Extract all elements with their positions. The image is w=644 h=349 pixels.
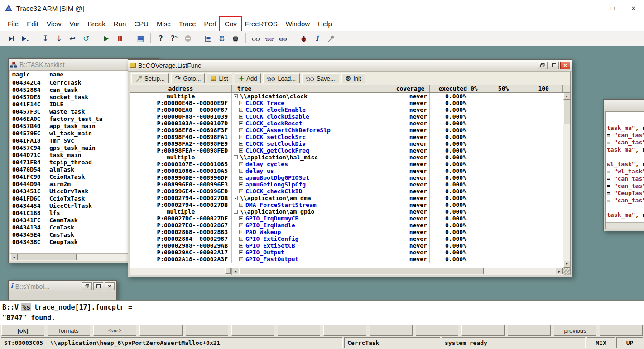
break-button[interactable]	[113, 33, 127, 45]
menu-var[interactable]: Var	[65, 17, 83, 30]
coverage-row[interactable]: P:008996E0--008996E3+apmuGetLongSlpCfgne…	[130, 181, 563, 188]
expand-icon[interactable]: +	[239, 216, 243, 220]
coverage-vscrollbar[interactable]: ▲ ▼	[563, 93, 570, 268]
coverage-row[interactable]: multiple-\\application\am_gpionever0.000…	[130, 208, 563, 215]
menu-trace[interactable]: Trace	[175, 17, 200, 30]
address-scroll-thumb[interactable]	[225, 268, 231, 274]
coverage-row[interactable]: multiple-\\application\hal_miscnever0.00…	[130, 154, 563, 161]
vscroll-track[interactable]	[563, 124, 570, 261]
scroll-up-button[interactable]: ▲	[563, 93, 570, 100]
step-over-button[interactable]	[18, 33, 32, 45]
coverage-row[interactable]: P:008996DE--008996DF+apmuBootDbgGPIOSetn…	[130, 174, 563, 181]
menu-edit[interactable]: Edit	[23, 17, 43, 30]
coverage-maximize-button[interactable]	[549, 62, 559, 69]
step-into-button[interactable]	[5, 33, 18, 45]
setup-button[interactable]: Setup...	[131, 73, 169, 83]
menu-freertos[interactable]: FreeRTOS	[241, 17, 282, 30]
list-button[interactable]	[202, 33, 215, 45]
coverage-row[interactable]: P:00002794--000027DB-\\application\am_dm…	[130, 195, 563, 201]
softkey-empty[interactable]	[370, 325, 413, 336]
expand-icon[interactable]: +	[239, 101, 243, 105]
menu-cpu[interactable]: CPU	[130, 17, 153, 30]
collapse-icon[interactable]: -	[234, 155, 238, 159]
coverage-hscrollbar[interactable]: ◄ ►	[130, 268, 563, 275]
chip-button[interactable]	[229, 33, 242, 45]
coverage-restore-button[interactable]	[538, 62, 548, 69]
coverage-row[interactable]: P:0000103A--0000107D+CLOCK_clockResetnev…	[130, 120, 563, 127]
coverage-row[interactable]: P:000027DC--000027DF+GPIO_IrqDummyCBneve…	[130, 215, 563, 222]
collapse-icon[interactable]: -	[234, 210, 238, 214]
tools-button[interactable]	[324, 33, 337, 45]
view-data3-button[interactable]	[276, 33, 290, 45]
address-pane-scrollbar[interactable]	[130, 268, 232, 275]
close-button[interactable]: ✕	[623, 0, 644, 16]
expand-icon[interactable]: +	[239, 148, 243, 153]
hscroll-thumb[interactable]	[18, 254, 77, 260]
expand-icon[interactable]: +	[239, 115, 243, 119]
scroll-left-button[interactable]: ◄	[10, 254, 18, 260]
softkey-empty[interactable]	[416, 325, 459, 336]
softkey-empty[interactable]	[600, 325, 643, 336]
softkey-empty[interactable]	[278, 325, 321, 336]
symbol-maximize-button[interactable]	[93, 282, 103, 290]
menu-cov[interactable]: Cov	[221, 17, 241, 30]
expand-icon[interactable]: +	[239, 230, 243, 234]
expand-icon[interactable]: +	[239, 176, 243, 180]
expand-icon[interactable]: +	[239, 135, 243, 139]
scroll-down-button[interactable]: ▼	[563, 261, 570, 268]
view-data2-button[interactable]	[263, 33, 276, 45]
minimize-button[interactable]: —	[582, 0, 602, 16]
softkey-empty[interactable]	[323, 325, 366, 336]
menu-view[interactable]: View	[43, 17, 65, 30]
save-button[interactable]: Save...	[302, 73, 339, 83]
hscroll-track[interactable]	[484, 268, 556, 275]
step-diverge-button[interactable]: ↧	[38, 33, 52, 45]
status-mode[interactable]: MIX	[587, 337, 615, 348]
coverage-row[interactable]: P:00898FA2--00898FE9+CLOCK_setClockDivne…	[130, 140, 563, 147]
previous-softkey[interactable]: previous	[554, 325, 597, 336]
coverage-titlebar[interactable]: B::COVerage.ListFunc ✕	[128, 60, 572, 72]
vscroll-thumb[interactable]	[563, 100, 570, 124]
status-direction[interactable]: UP	[616, 337, 643, 348]
var-scrollbar[interactable]	[606, 222, 644, 229]
command-area[interactable]: B::V%strace_node[17].funcptr = "8747" fo…	[0, 300, 644, 325]
expand-icon[interactable]: +	[239, 108, 243, 112]
expand-icon[interactable]: +	[239, 121, 243, 125]
ok-softkey[interactable]: [ok]	[1, 325, 44, 336]
coverage-close-button[interactable]: ✕	[560, 62, 570, 69]
softkey-empty[interactable]	[231, 325, 274, 336]
expand-icon[interactable]: +	[239, 237, 243, 241]
command-input-line[interactable]: B::V%strace_node[17].funcptr =	[2, 302, 642, 313]
collapse-icon[interactable]: -	[234, 196, 238, 200]
go-up-button[interactable]: ↺	[79, 33, 93, 45]
expand-icon[interactable]: +	[239, 250, 243, 254]
scroll-right-button[interactable]: ►	[556, 268, 563, 274]
init-button[interactable]: ⊗Init	[341, 73, 365, 83]
expand-icon[interactable]: +	[239, 203, 243, 207]
coverage-row[interactable]: P:00002A18--00002A3F+GPIO_FastOutputneve…	[130, 256, 563, 263]
coverage-row[interactable]: P:00002794--000027DB+DMA_ForceStartStrea…	[130, 201, 563, 208]
symbol-close-button[interactable]: ✕	[105, 282, 115, 290]
coverage-row[interactable]: P:00002988--000029AB+GPIO_ExtiSetCBnever…	[130, 242, 563, 249]
maximize-button[interactable]: □	[602, 0, 623, 16]
stop-button[interactable]	[181, 33, 195, 45]
expand-icon[interactable]: +	[239, 257, 243, 261]
menu-run[interactable]: Run	[110, 17, 130, 30]
var-titlebar[interactable]	[604, 100, 644, 111]
go-button[interactable]	[100, 33, 113, 45]
bug-button[interactable]	[297, 33, 310, 45]
hscroll-thumb[interactable]	[239, 268, 484, 274]
formats-softkey[interactable]: formats	[48, 325, 91, 336]
resize-grip[interactable]	[563, 268, 570, 275]
coverage-row[interactable]: P:00898EF8--00898F3F+CLOCK_AssertChkBefo…	[130, 127, 563, 134]
softkey-empty[interactable]	[186, 325, 229, 336]
add-button[interactable]: +Add	[235, 73, 261, 83]
softkey-empty[interactable]	[508, 325, 551, 336]
go-return-button[interactable]: ↩	[66, 33, 79, 45]
help-button[interactable]: ?	[154, 33, 168, 45]
expand-icon[interactable]: +	[239, 169, 243, 173]
coverage-row[interactable]: P:000029AC--00002A17+GPIO_Outputnever0.0…	[130, 249, 563, 256]
menu-file[interactable]: File	[4, 17, 23, 30]
coverage-row[interactable]: P:008996E4--008996ED+CLOCK_checkClkIDnev…	[130, 188, 563, 195]
expand-icon[interactable]: +	[239, 162, 243, 166]
